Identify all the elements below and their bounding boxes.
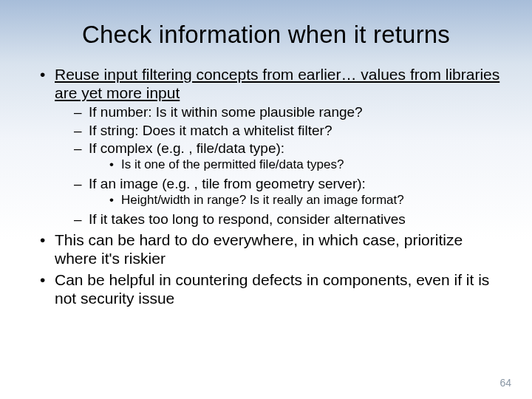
bullet-1-sublist: If number: Is it within some plausible r… [55, 103, 501, 227]
sub-4-text: If an image (e.g. , tile from geometry s… [89, 176, 366, 191]
sub-4: If an image (e.g. , tile from geometry s… [74, 175, 501, 208]
page-number: 64 [499, 377, 511, 389]
sub-5: If it takes too long to respond, conside… [74, 211, 501, 228]
bullet-list: Reuse input filtering concepts from earl… [31, 65, 501, 307]
bullet-3: Can be helpful in countering defects in … [38, 270, 501, 307]
bullet-2: This can be hard to do everywhere, in wh… [38, 231, 501, 267]
sub-3: If complex (e.g. , file/data type): Is i… [74, 140, 501, 173]
sub-3-sublist: Is it one of the permitted file/data typ… [89, 157, 501, 173]
sub-4-item-1: Height/width in range? Is it really an i… [109, 193, 501, 208]
sub-4-sublist: Height/width in range? Is it really an i… [89, 193, 501, 208]
sub-2: If string: Does it match a whitelist fil… [74, 122, 501, 139]
sub-3-text: If complex (e.g. , file/data type): [89, 140, 284, 156]
bullet-1: Reuse input filtering concepts from earl… [38, 65, 501, 228]
sub-3-item-1: Is it one of the permitted file/data typ… [109, 157, 501, 173]
slide-title: Check information when it returns [31, 21, 501, 49]
slide: Check information when it returns Reuse … [0, 0, 532, 399]
sub-1: If number: Is it within some plausible r… [74, 103, 501, 120]
bullet-1-text: Reuse input filtering concepts from earl… [55, 66, 499, 101]
